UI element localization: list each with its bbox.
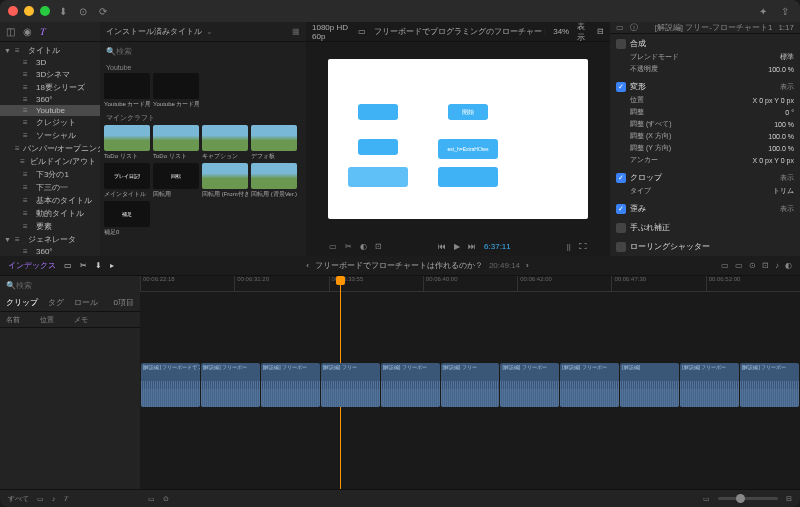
filter-audio-icon[interactable]: ♪	[52, 495, 56, 502]
media-thumbnail[interactable]: 補足補足0	[104, 201, 150, 237]
index-button[interactable]: インデックス	[8, 260, 56, 271]
history-back-icon[interactable]: ‹	[306, 261, 309, 270]
roles-tab[interactable]: ロール	[74, 297, 98, 308]
tool-select-icon[interactable]: ▭	[329, 242, 337, 251]
share-icon[interactable]: ⇪	[778, 4, 792, 18]
keyword-icon[interactable]: ⊙	[76, 4, 90, 18]
group-checkbox[interactable]: ✓	[616, 173, 626, 183]
minimize-button[interactable]	[24, 6, 34, 16]
appearance-icon[interactable]: ▭	[735, 261, 743, 270]
browser-search[interactable]: 🔍 検索	[100, 42, 306, 60]
tool-crop-icon[interactable]: ✂	[345, 242, 352, 251]
tool-icon[interactable]: ▭	[64, 261, 72, 270]
tool-icon[interactable]: ⬇	[95, 261, 102, 270]
timeline-search[interactable]: 🔍 検索	[0, 276, 140, 294]
sidebar-item[interactable]: ≡3D	[0, 57, 100, 68]
media-thumbnail[interactable]: 回転回転用	[153, 163, 199, 199]
retiming-icon[interactable]: ⊙	[163, 495, 169, 503]
media-thumbnail[interactable]: Youtube カード用 (スタート)	[153, 73, 199, 109]
view-options-icon[interactable]: ⊟	[597, 27, 604, 36]
media-thumbnail[interactable]: ToDo リスト	[104, 125, 150, 161]
param-value[interactable]: 100 %	[774, 121, 794, 128]
solo-icon[interactable]: ◐	[785, 261, 792, 270]
skip-back-icon[interactable]: ⏮	[438, 242, 446, 251]
import-icon[interactable]: ⬇	[56, 4, 70, 18]
group-checkbox[interactable]: ✓	[616, 82, 626, 92]
timeline-tracks[interactable]: 00:06:22:1800:06:31:2000:06:33:5500:06:4…	[140, 276, 800, 507]
param-value[interactable]: X 0 px Y 0 px	[753, 97, 794, 104]
show-link[interactable]: 表示	[780, 173, 794, 183]
clips-tab[interactable]: クリップ	[6, 297, 38, 308]
zoom-level[interactable]: 34%	[553, 27, 569, 36]
sidebar-item[interactable]: ≡基本のタイトル	[0, 194, 100, 207]
tool-icon[interactable]: ✂	[80, 261, 87, 270]
snap-icon[interactable]: ⊙	[749, 261, 756, 270]
viewer-canvas[interactable]: 開始 est_h=ExtraHOtes	[306, 42, 610, 236]
group-checkbox[interactable]	[616, 242, 626, 252]
timeline-clip[interactable]: [解説編] フリーボードでフロー	[141, 363, 200, 407]
audio-meter-icon[interactable]: ||	[567, 242, 571, 251]
history-forward-icon[interactable]: ›	[526, 261, 529, 270]
sidebar-item[interactable]: ≡下3分の1	[0, 168, 100, 181]
sidebar-item[interactable]: ≡要素	[0, 220, 100, 233]
group-checkbox[interactable]	[616, 39, 626, 49]
tool-transform-icon[interactable]: ⊡	[375, 242, 382, 251]
param-value[interactable]: トリム	[773, 186, 794, 196]
play-icon[interactable]: ▶	[454, 242, 460, 251]
sidebar-item[interactable]: ≡ビルドイン/アウト	[0, 155, 100, 168]
group-checkbox[interactable]: ✓	[616, 204, 626, 214]
media-thumbnail[interactable]: Youtube カード用 (エンド)	[104, 73, 150, 109]
media-thumbnail[interactable]: 回転用 (背景Ver.)	[251, 163, 297, 199]
library-tab-icon[interactable]: ◫	[6, 26, 15, 37]
sidebar-item[interactable]: ≡ソーシャル	[0, 129, 100, 142]
enhance-icon[interactable]: ✦	[756, 4, 770, 18]
zoom-slider[interactable]	[718, 497, 778, 500]
group-checkbox[interactable]	[616, 223, 626, 233]
view-menu[interactable]: 表示	[577, 21, 589, 43]
timeline-clip[interactable]: [解説編] フリーボー	[740, 363, 799, 407]
param-value[interactable]: 0 °	[785, 109, 794, 116]
dropdown-icon[interactable]: ⌄	[206, 27, 213, 36]
sidebar-item[interactable]: ≡18要シリーズ	[0, 81, 100, 94]
timeline-clip[interactable]: [解説編] フリーボー	[201, 363, 260, 407]
sidebar-item[interactable]: ≡360°	[0, 246, 100, 256]
media-thumbnail[interactable]: ToDo リスト	[153, 125, 199, 161]
sidebar-item[interactable]: ≡バンパー/オープニング	[0, 142, 100, 155]
photos-tab-icon[interactable]: ◉	[23, 26, 32, 37]
media-thumbnail[interactable]: プレイ日記!メインタイトル	[104, 163, 150, 199]
sidebar-item[interactable]: ≡Youtube	[0, 105, 100, 116]
param-value[interactable]: X 0 px Y 0 px	[753, 157, 794, 164]
skip-forward-icon[interactable]: ⏭	[468, 242, 476, 251]
timeline-clip[interactable]: [解説編] フリーボー	[381, 363, 440, 407]
timeline-clip[interactable]: [解説編] フリー	[441, 363, 500, 407]
param-value[interactable]: 100.0 %	[768, 133, 794, 140]
show-link[interactable]: 表示	[780, 204, 794, 214]
tool-icon[interactable]: ▸	[110, 261, 114, 270]
timeline-clip[interactable]: [解説編]	[620, 363, 679, 407]
clip-appearance-icon[interactable]: ▭	[703, 495, 710, 503]
clip-height-icon[interactable]: ⊟	[786, 495, 792, 503]
media-thumbnail[interactable]: デフォ板	[251, 125, 297, 161]
param-value[interactable]: 標準	[780, 52, 794, 62]
video-inspector-icon[interactable]: ▭	[616, 23, 624, 32]
sidebar-item[interactable]: ≡下三の一	[0, 181, 100, 194]
effects-icon[interactable]: ▭	[148, 495, 155, 503]
timeline-clip[interactable]: [解説編] フリーボー	[680, 363, 739, 407]
timeline-clip[interactable]: [解説編] フリーボー	[500, 363, 559, 407]
sidebar-item[interactable]: ▼≡ジェネレータ	[0, 233, 100, 246]
fullscreen-icon[interactable]: ⛶	[579, 242, 587, 251]
ruler[interactable]: 00:06:22:1800:06:31:2000:06:33:5500:06:4…	[140, 276, 800, 292]
info-inspector-icon[interactable]: ⓘ	[630, 22, 638, 33]
sidebar-item[interactable]: ▼≡タイトル	[0, 44, 100, 57]
media-thumbnail[interactable]: キャプション	[202, 125, 248, 161]
titles-tab-icon[interactable]: 𝑇	[40, 26, 46, 38]
appearance-icon[interactable]: ▭	[721, 261, 729, 270]
filter-video-icon[interactable]: ▭	[37, 495, 44, 503]
skimming-icon[interactable]: ⊡	[762, 261, 769, 270]
maximize-button[interactable]	[40, 6, 50, 16]
timeline-clip[interactable]: [解説編] フリーボー	[261, 363, 320, 407]
tool-color-icon[interactable]: ◐	[360, 242, 367, 251]
media-thumbnail[interactable]: 回転用 (From付き 背景Ver.)	[202, 163, 248, 199]
grid-view-icon[interactable]: ▦	[292, 27, 300, 36]
timeline-clip[interactable]: [解説編] フリーボー	[560, 363, 619, 407]
